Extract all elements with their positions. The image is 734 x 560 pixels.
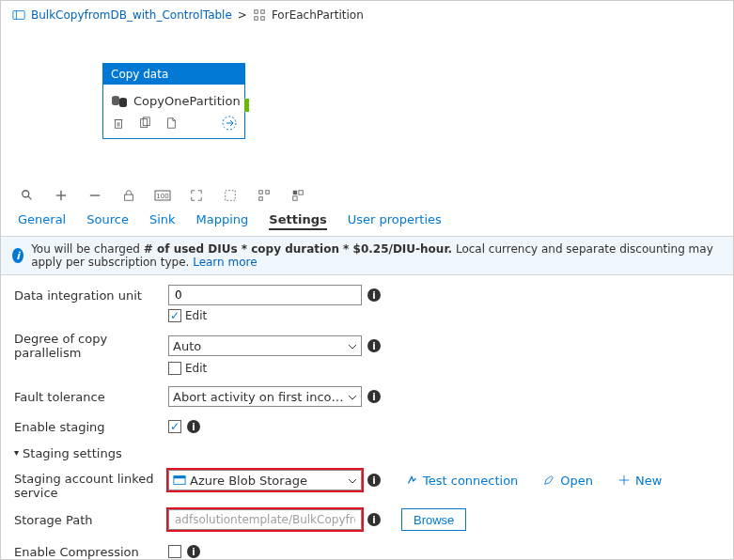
staging-settings-toggle[interactable]: Staging settings xyxy=(14,446,720,460)
svg-point-16 xyxy=(23,191,29,197)
search-icon[interactable] xyxy=(20,188,35,203)
svg-rect-29 xyxy=(299,191,303,194)
zoom-fit-icon[interactable]: 100 xyxy=(155,188,170,203)
svg-rect-24 xyxy=(226,191,236,201)
edit-label: Edit xyxy=(185,309,207,322)
parallelism-label: Degree of copy parallelism xyxy=(14,332,168,360)
linked-service-label: Staging account linked service xyxy=(14,470,168,500)
chevron-down-icon xyxy=(348,474,357,489)
output-connector[interactable] xyxy=(244,99,249,112)
settings-form: Data integration unit i Edit Degree of c… xyxy=(1,275,733,560)
copy-icon[interactable] xyxy=(164,116,179,131)
svg-rect-32 xyxy=(174,476,185,479)
svg-rect-30 xyxy=(293,196,297,200)
fault-value: Abort activity on first incompatible row xyxy=(173,390,344,404)
edit-icon xyxy=(542,474,555,487)
svg-rect-28 xyxy=(293,191,297,194)
tab-user-properties[interactable]: User properties xyxy=(348,210,442,230)
breadcrumb-root-link[interactable]: BulkCopyfromDB_with_ControlTable xyxy=(31,8,232,22)
enable-compression-checkbox[interactable] xyxy=(168,545,181,558)
svg-text:100: 100 xyxy=(156,193,168,200)
zoom-in-icon[interactable] xyxy=(54,188,69,203)
diu-label: Data integration unit xyxy=(14,288,168,303)
add-output-icon[interactable] xyxy=(222,116,237,131)
blob-storage-icon xyxy=(173,474,186,487)
activity-type-label: Copy data xyxy=(103,64,244,85)
open-link[interactable]: Open xyxy=(542,474,593,488)
svg-rect-21 xyxy=(125,194,133,200)
breadcrumb-separator: > xyxy=(238,8,247,22)
lock-icon[interactable] xyxy=(121,188,136,203)
canvas-toolbar: 100 xyxy=(1,179,733,210)
clone-icon[interactable] xyxy=(137,116,152,131)
svg-rect-8 xyxy=(116,120,122,129)
svg-rect-25 xyxy=(259,191,263,194)
activity-card[interactable]: Copy data CopyOnePartition xyxy=(102,63,245,139)
svg-rect-2 xyxy=(255,10,258,14)
new-link[interactable]: New xyxy=(617,474,662,488)
storage-path-label: Storage Path xyxy=(14,513,168,527)
test-connection-link[interactable]: Test connection xyxy=(405,474,518,488)
tab-general[interactable]: General xyxy=(18,210,66,230)
delete-icon[interactable] xyxy=(111,116,126,131)
breadcrumb: BulkCopyfromDB_with_ControlTable > ForEa… xyxy=(1,1,733,29)
pricing-info-banner: i You will be charged # of used DIUs * c… xyxy=(1,236,733,275)
tab-mapping[interactable]: Mapping xyxy=(196,210,249,230)
svg-rect-4 xyxy=(255,17,258,21)
info-icon[interactable]: i xyxy=(367,474,381,487)
pipeline-canvas[interactable]: Copy data CopyOnePartition xyxy=(1,29,733,179)
enable-staging-label: Enable staging xyxy=(14,420,168,434)
test-connection-icon xyxy=(405,474,418,487)
edit-label: Edit xyxy=(185,362,207,375)
parallelism-edit-checkbox[interactable] xyxy=(168,362,181,375)
tab-source[interactable]: Source xyxy=(86,210,129,230)
info-icon[interactable]: i xyxy=(367,339,381,352)
svg-rect-5 xyxy=(261,17,265,21)
svg-rect-26 xyxy=(266,191,270,194)
storage-path-input[interactable] xyxy=(168,509,362,530)
info-icon[interactable]: i xyxy=(367,288,381,302)
foreach-icon xyxy=(253,8,266,22)
plus-icon xyxy=(617,474,631,487)
copy-data-icon xyxy=(111,95,128,108)
svg-line-17 xyxy=(28,196,32,200)
svg-rect-0 xyxy=(13,11,24,20)
parallelism-value: Auto xyxy=(173,339,201,353)
staging-settings-label: Staging settings xyxy=(23,446,122,460)
fault-label: Fault tolerance xyxy=(14,390,168,404)
info-icon[interactable]: i xyxy=(187,545,200,558)
linked-service-select[interactable]: Azure Blob Storage xyxy=(168,470,362,490)
info-icon[interactable]: i xyxy=(367,390,381,403)
learn-more-link[interactable]: Learn more xyxy=(193,256,257,269)
chevron-down-icon xyxy=(348,391,357,405)
banner-text: You will be charged # of used DIUs * cop… xyxy=(31,242,722,269)
diu-input[interactable] xyxy=(168,285,362,305)
info-icon[interactable]: i xyxy=(367,513,381,526)
zoom-out-icon[interactable] xyxy=(87,188,102,203)
breadcrumb-current: ForEachPartition xyxy=(272,8,364,22)
tab-settings[interactable]: Settings xyxy=(269,210,326,230)
enable-compression-label: Enable Compression xyxy=(14,545,168,559)
activity-name: CopyOnePartition xyxy=(133,94,241,108)
pipeline-icon xyxy=(12,8,25,22)
svg-rect-3 xyxy=(261,10,265,14)
enable-staging-checkbox[interactable] xyxy=(168,420,181,433)
info-icon[interactable]: i xyxy=(187,420,200,433)
fault-tolerance-select[interactable]: Abort activity on first incompatible row xyxy=(168,386,362,407)
browse-button[interactable]: Browse xyxy=(401,508,466,531)
parallelism-select[interactable]: Auto xyxy=(168,335,362,356)
layout-icon[interactable] xyxy=(290,188,305,203)
diu-edit-checkbox[interactable] xyxy=(168,309,181,322)
tab-sink[interactable]: Sink xyxy=(149,210,176,230)
info-icon: i xyxy=(12,248,23,263)
linked-service-value: Azure Blob Storage xyxy=(190,474,307,488)
svg-rect-27 xyxy=(259,197,263,201)
fullscreen-icon[interactable] xyxy=(189,188,204,203)
align-icon[interactable] xyxy=(257,188,272,203)
select-icon[interactable] xyxy=(223,188,238,203)
chevron-down-icon xyxy=(348,340,357,354)
settings-tabs: General Source Sink Mapping Settings Use… xyxy=(1,210,733,236)
